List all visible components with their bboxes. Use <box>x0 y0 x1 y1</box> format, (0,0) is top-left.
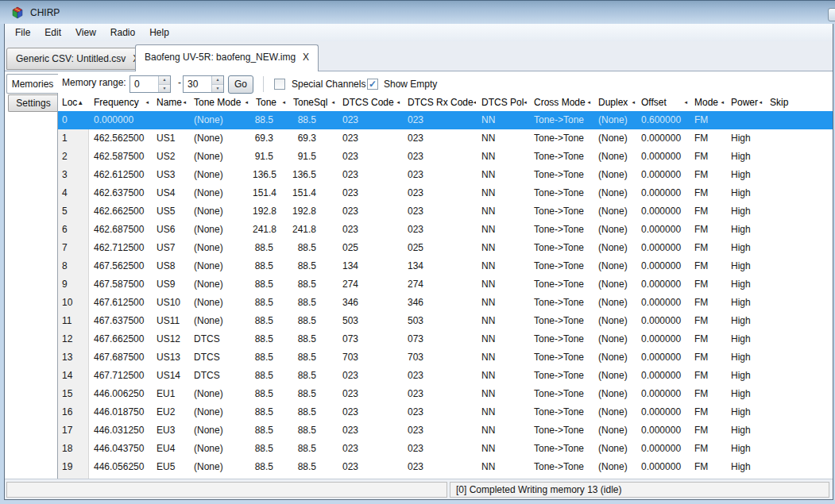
cell-cross_mode[interactable]: Tone->Tone <box>531 458 595 476</box>
cell-mode[interactable]: FM <box>692 275 729 294</box>
cell-frequency[interactable]: 467.637500 <box>88 312 153 330</box>
cell-power[interactable]: High <box>729 148 767 166</box>
cell-offset[interactable]: 0.000000 <box>640 257 692 275</box>
column-header-offset[interactable]: Offset◂ <box>640 94 692 111</box>
cell-power[interactable]: High <box>729 239 767 257</box>
cell-dtcs_rx_code[interactable]: 134 <box>404 257 476 275</box>
cell-cross_mode[interactable]: Tone->Tone <box>531 221 595 239</box>
cell-power[interactable]: High <box>729 257 767 275</box>
cell-tone_mode[interactable]: (None) <box>191 239 253 257</box>
cell-tone[interactable]: 69.3 <box>253 129 290 148</box>
row-header-cell[interactable]: 9 <box>58 275 88 294</box>
cell-dtcs_code[interactable]: 023 <box>339 440 404 458</box>
cell-tone_mode[interactable]: (None) <box>191 257 253 275</box>
column-header-name[interactable]: Name◂ <box>153 94 191 111</box>
cell-dtcs_rx_code[interactable]: 503 <box>404 312 476 330</box>
cell-cross_mode[interactable]: Tone->Tone <box>531 166 595 184</box>
cell-skip[interactable] <box>767 184 802 202</box>
cell-duplex[interactable]: (None) <box>595 111 640 129</box>
cell-skip[interactable] <box>767 367 802 385</box>
row-header-cell[interactable]: 0 <box>58 111 88 129</box>
cell-name[interactable]: EU3 <box>153 421 191 440</box>
cell-power[interactable]: High <box>729 312 767 330</box>
column-header-tone_mode[interactable]: Tone Mode◂ <box>191 94 253 111</box>
cell-power[interactable]: High <box>729 421 767 440</box>
cell-power[interactable]: High <box>729 385 767 403</box>
tab-settings[interactable]: Settings <box>8 94 58 112</box>
cell-dtcs_pol[interactable]: NN <box>476 403 531 421</box>
cell-name[interactable] <box>153 111 191 129</box>
cell-dtcs_pol[interactable]: NN <box>476 184 531 202</box>
cell-dtcs_pol[interactable]: NN <box>476 421 531 440</box>
cell-dtcs_code[interactable]: 023 <box>339 202 404 221</box>
cell-tone[interactable]: 88.5 <box>253 330 290 348</box>
cell-tonesql[interactable]: 88.5 <box>290 239 339 257</box>
cell-tone[interactable]: 88.5 <box>253 385 290 403</box>
memory-range-from-value[interactable]: 0 <box>130 76 158 92</box>
cell-tone[interactable]: 88.5 <box>253 312 290 330</box>
cell-frequency[interactable]: 446.006250 <box>88 385 153 403</box>
cell-tone_mode[interactable]: (None) <box>191 440 253 458</box>
close-tab-icon[interactable]: X <box>303 52 309 63</box>
cell-tonesql[interactable]: 88.5 <box>290 111 339 129</box>
cell-frequency[interactable]: 446.018750 <box>88 403 153 421</box>
cell-name[interactable]: EU4 <box>153 440 191 458</box>
cell-skip[interactable] <box>767 348 802 367</box>
cell-skip[interactable] <box>767 257 802 275</box>
cell-duplex[interactable]: (None) <box>595 312 640 330</box>
cell-dtcs_rx_code[interactable]: 023 <box>404 129 476 148</box>
cell-tone[interactable]: 88.5 <box>253 275 290 294</box>
special-channels-checkbox[interactable] <box>274 79 285 90</box>
cell-skip[interactable] <box>767 421 802 440</box>
cell-frequency[interactable]: 446.031250 <box>88 421 153 440</box>
cell-tonesql[interactable]: 88.5 <box>290 421 339 440</box>
row-header-cell[interactable]: 7 <box>58 239 88 257</box>
cell-skip[interactable] <box>767 403 802 421</box>
cell-name[interactable]: US3 <box>153 166 191 184</box>
cell-tone_mode[interactable]: (None) <box>191 403 253 421</box>
cell-tonesql[interactable]: 136.5 <box>290 166 339 184</box>
cell-tone[interactable]: 136.5 <box>253 166 290 184</box>
cell-power[interactable]: High <box>729 367 767 385</box>
cell-power[interactable]: High <box>729 403 767 421</box>
cell-dtcs_pol[interactable]: NN <box>476 367 531 385</box>
cell-dtcs_code[interactable]: 023 <box>339 166 404 184</box>
cell-dtcs_code[interactable]: 023 <box>339 385 404 403</box>
cell-tonesql[interactable]: 151.4 <box>290 184 339 202</box>
cell-name[interactable]: US2 <box>153 148 191 166</box>
row-header-cell[interactable]: 4 <box>58 184 88 202</box>
cell-dtcs_code[interactable]: 023 <box>339 458 404 476</box>
stepper-down-icon[interactable]: ▼ <box>159 85 170 93</box>
row-header-cell[interactable]: 13 <box>58 348 88 367</box>
cell-skip[interactable] <box>767 221 802 239</box>
cell-mode[interactable]: FM <box>692 129 729 148</box>
cell-tone[interactable]: 91.5 <box>253 148 290 166</box>
memory-range-to-stepper[interactable]: 30 ▲ ▼ <box>183 75 224 93</box>
cell-cross_mode[interactable]: Tone->Tone <box>531 184 595 202</box>
stepper-up-icon[interactable]: ▲ <box>212 76 223 85</box>
cell-mode[interactable]: FM <box>692 348 729 367</box>
cell-cross_mode[interactable]: Tone->Tone <box>531 239 595 257</box>
column-header-frequency[interactable]: Frequency◂ <box>88 94 153 111</box>
cell-dtcs_code[interactable]: 703 <box>339 348 404 367</box>
cell-name[interactable]: EU1 <box>153 385 191 403</box>
cell-mode[interactable]: FM <box>692 312 729 330</box>
cell-cross_mode[interactable]: Tone->Tone <box>531 348 595 367</box>
cell-cross_mode[interactable]: Tone->Tone <box>531 330 595 348</box>
cell-dtcs_code[interactable]: 274 <box>339 275 404 294</box>
cell-dtcs_rx_code[interactable]: 023 <box>404 111 476 129</box>
cell-power[interactable]: High <box>729 184 767 202</box>
cell-cross_mode[interactable]: Tone->Tone <box>531 275 595 294</box>
cell-frequency[interactable]: 462.687500 <box>88 221 153 239</box>
cell-cross_mode[interactable]: Tone->Tone <box>531 367 595 385</box>
cell-frequency[interactable]: 467.712500 <box>88 367 153 385</box>
cell-skip[interactable] <box>767 275 802 294</box>
cell-tone_mode[interactable]: DTCS <box>191 348 253 367</box>
cell-power[interactable]: High <box>729 294 767 312</box>
cell-name[interactable]: US4 <box>153 184 191 202</box>
cell-duplex[interactable]: (None) <box>595 239 640 257</box>
cell-dtcs_pol[interactable]: NN <box>476 257 531 275</box>
cell-dtcs_pol[interactable]: NN <box>476 202 531 221</box>
cell-tonesql[interactable]: 88.5 <box>290 330 339 348</box>
cell-tone[interactable]: 88.5 <box>253 257 290 275</box>
